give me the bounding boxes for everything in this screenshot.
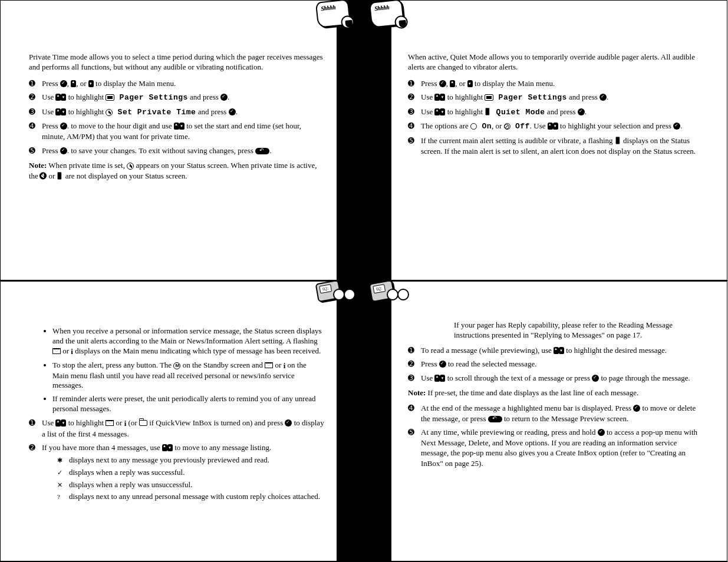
ok-icon — [60, 80, 67, 87]
spread-1: Private Time mode allows you to select a… — [0, 0, 728, 281]
shhh-icon — [370, 1, 408, 31]
sub-unread: ?displays next to any unread personal me… — [57, 492, 326, 502]
binding-bar — [337, 1, 364, 280]
down-icon — [167, 444, 173, 451]
up-icon — [55, 94, 61, 101]
ok-icon — [229, 108, 236, 115]
intro-text: If your pager has Reply capability, plea… — [454, 320, 699, 340]
step-3: ➌ Use to highlight Quiet Mode and press … — [408, 107, 699, 118]
clock-icon — [106, 109, 113, 116]
clock-icon — [127, 163, 134, 170]
step-1: ➊ To read a message (while previewing), … — [408, 345, 699, 356]
up-icon — [450, 80, 455, 87]
up-icon — [162, 444, 167, 451]
step-2: ➋ If you have more than 4 messages, use … — [29, 442, 326, 502]
ok-icon — [285, 419, 292, 427]
step-1: ➊ Use to highlight or i (or if QuickView… — [29, 418, 326, 439]
binding-bar — [364, 1, 391, 280]
step-1: ➊ Press , , or to display the Main menu. — [29, 78, 326, 89]
step-3: ➌ Use to scroll through the text of a me… — [408, 373, 699, 384]
down-icon — [559, 347, 564, 354]
down-icon — [61, 419, 66, 427]
ok-icon — [439, 361, 446, 368]
vibrate-off-icon — [485, 109, 491, 115]
envelope-icon — [52, 348, 61, 354]
up-icon — [174, 123, 179, 130]
m-icon — [173, 362, 180, 369]
step-4: ➍ Press . to move to the hour digit and … — [29, 121, 326, 141]
back-icon — [255, 148, 269, 154]
envelope-icon — [106, 420, 114, 426]
speaker-off-icon — [40, 173, 47, 180]
folder-icon — [139, 420, 147, 426]
step-2: ➋ Use to highlight Pager Settings and pr… — [408, 92, 699, 103]
sub-fail: ✕displays when a reply was unsuccessful. — [57, 480, 326, 490]
step-3: ➌ Use to highlight Set Private Time and … — [29, 107, 326, 118]
vibrate-off-icon — [615, 138, 621, 144]
steps-list: ➊ To read a message (while previewing), … — [408, 345, 699, 384]
binding-bar — [364, 282, 391, 561]
up-icon — [55, 108, 61, 115]
page-read-messages: If your pager has Reply capability, plea… — [364, 281, 727, 561]
shhh-icon — [317, 1, 354, 31]
step-4: ➍ The options are On, or Off. Use to hig… — [408, 121, 699, 132]
steps-list: ➊ Press , , or to display the Main menu.… — [408, 78, 699, 156]
bullet-3: If reminder alerts were preset, the unit… — [52, 394, 326, 414]
message-icon — [370, 282, 408, 312]
ok-icon — [633, 405, 640, 412]
sub-read: ✱displays next to any message you previo… — [57, 455, 326, 465]
ok-icon — [578, 108, 585, 115]
down-icon — [440, 375, 445, 382]
ok-icon — [439, 80, 446, 87]
ok-icon — [60, 147, 67, 154]
sub-icon-list: ✱displays next to any message you previo… — [42, 455, 326, 503]
down-icon — [467, 80, 473, 87]
back-icon — [488, 416, 502, 422]
ok-icon — [598, 429, 605, 436]
ok-icon — [60, 123, 67, 130]
circle-off-icon — [504, 123, 510, 130]
down-icon — [440, 94, 445, 101]
vibrate-off-icon — [57, 173, 63, 180]
read-icon: ✱ — [57, 456, 62, 464]
step-1: ➊ Press , , or to display the Main menu. — [408, 78, 699, 89]
step-5: ➎ Press . to save your changes. To exit … — [29, 146, 326, 156]
note-text: Note: When private time is set, appears … — [29, 160, 326, 181]
bullet-1: When you receive a personal or informati… — [52, 326, 326, 357]
message-icon — [317, 282, 354, 312]
ok-icon — [592, 375, 599, 382]
step-2: ➋ Press to read the selected message. — [408, 359, 699, 369]
up-icon — [434, 94, 440, 101]
ok-icon — [673, 123, 680, 130]
screen-icon — [485, 94, 493, 101]
up-icon — [434, 108, 440, 115]
ok-icon — [599, 94, 607, 101]
ok-icon — [220, 94, 228, 101]
up-icon — [434, 375, 440, 382]
binding-bar — [337, 282, 364, 561]
up-icon — [548, 123, 553, 130]
circle-icon — [470, 123, 477, 130]
steps-list-2: ➍ At the end of the message a highlighte… — [408, 403, 699, 468]
x-icon: ✕ — [57, 481, 62, 489]
steps-list: ➊ Press , , or to display the Main menu.… — [29, 78, 326, 156]
up-icon — [55, 419, 61, 427]
intro-text: Private Time mode allows you to select a… — [29, 52, 326, 72]
down-icon — [179, 123, 185, 130]
spread-2: When you receive a personal or informati… — [0, 281, 728, 562]
up-icon — [71, 80, 76, 87]
bullet-2: To stop the alert, press any button. The… — [52, 361, 326, 391]
question-icon: ? — [57, 492, 60, 501]
sub-success: ✓displays when a reply was successful. — [57, 468, 326, 478]
down-icon — [61, 108, 66, 115]
down-icon — [88, 80, 94, 87]
intro-text: When active, Quiet Mode allows you to te… — [408, 52, 699, 72]
envelope-icon — [265, 362, 273, 368]
screen-icon — [106, 94, 114, 101]
step-5: ➎ At any time, while previewing or readi… — [408, 427, 699, 468]
info-bullets: When you receive a personal or informati… — [29, 326, 326, 414]
step-5: ➎ If the current main alert setting is a… — [408, 135, 699, 156]
page-quiet-mode: When active, Quiet Mode allows you to te… — [364, 0, 727, 280]
check-icon: ✓ — [57, 468, 62, 477]
step-4: ➍ At the end of the message a highlighte… — [408, 403, 699, 424]
